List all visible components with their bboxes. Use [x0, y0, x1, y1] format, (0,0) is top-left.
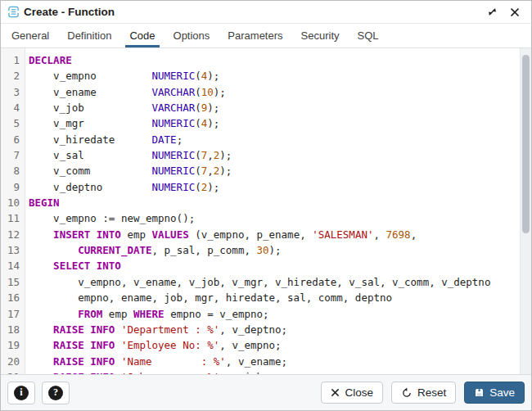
code-line: v_empno NUMERIC(4); [29, 68, 518, 84]
line-number: 21 [1, 369, 25, 374]
reset-button-label: Reset [417, 386, 446, 399]
tab-bar: GeneralDefinitionCodeOptionsParametersSe… [1, 24, 531, 48]
help-button[interactable]: ? [42, 382, 70, 404]
code-line: v_hiredate DATE; [29, 132, 518, 147]
code-line: DECLARE [29, 52, 518, 68]
code-line: v_empno, v_ename, v_job, v_mgr, v_hireda… [29, 274, 518, 290]
create-function-dialog: Create - Function GeneralDefinitionCodeO… [0, 0, 532, 411]
vertical-scrollbar[interactable] [520, 48, 531, 374]
code-line: SELECT INTO [29, 258, 518, 273]
dialog-title: Create - Function [24, 6, 477, 18]
line-number: 17 [1, 306, 25, 322]
line-number: 9 [1, 179, 25, 195]
line-number: 8 [1, 163, 25, 178]
close-x-icon [331, 388, 340, 397]
code-pane[interactable]: DECLARE v_empno NUMERIC(4); v_ename VARC… [25, 48, 531, 374]
tab-parameters[interactable]: Parameters [219, 24, 291, 47]
code-line: RAISE INFO 'Job : %', v_job; [29, 369, 518, 374]
save-button[interactable]: Save [464, 382, 525, 404]
expand-icon[interactable] [484, 4, 500, 20]
close-button-label: Close [345, 386, 373, 399]
code-line: v_mgr NUMERIC(4); [29, 115, 518, 131]
titlebar: Create - Function [1, 1, 531, 24]
line-number-gutter: 123456789101112131415161718192021 [1, 48, 25, 374]
function-icon [7, 6, 20, 18]
code-line: v_ename VARCHAR(10); [29, 84, 518, 100]
code-line: RAISE INFO 'Department : %', v_deptno; [29, 322, 518, 337]
tab-general[interactable]: General [2, 24, 58, 47]
line-number: 14 [1, 258, 25, 273]
line-number: 11 [1, 210, 25, 226]
code-line: BEGIN [29, 195, 518, 210]
line-number: 19 [1, 337, 25, 353]
line-number: 20 [1, 354, 25, 369]
tab-security[interactable]: Security [292, 24, 349, 47]
tab-code[interactable]: Code [120, 24, 164, 47]
line-number: 10 [1, 195, 25, 210]
line-number: 18 [1, 322, 25, 337]
line-number: 13 [1, 242, 25, 258]
code-line: v_sal NUMERIC(7,2); [29, 147, 518, 163]
code-editor[interactable]: 123456789101112131415161718192021 DECLAR… [1, 48, 531, 374]
save-button-label: Save [489, 386, 515, 399]
close-icon[interactable] [507, 4, 523, 20]
line-number: 6 [1, 132, 25, 147]
code-line: RAISE INFO 'Employee No: %', v_empno; [29, 337, 518, 353]
line-number: 4 [1, 100, 25, 115]
footer: i ? Close Reset Save [1, 374, 531, 410]
tab-options[interactable]: Options [165, 24, 219, 47]
tab-sql[interactable]: SQL [349, 24, 388, 47]
line-number: 12 [1, 227, 25, 242]
code-line: v_empno := new_empno(); [29, 210, 518, 226]
line-number: 1 [1, 52, 25, 68]
code-line: empno, ename, job, mgr, hiredate, sal, c… [29, 290, 518, 305]
line-number: 2 [1, 68, 25, 84]
close-button[interactable]: Close [321, 382, 383, 404]
code-line: CURRENT_DATE, p_sal, p_comm, 30); [29, 242, 518, 258]
code-line: v_deptno NUMERIC(2); [29, 179, 518, 195]
code-line: v_comm NUMERIC(7,2); [29, 163, 518, 178]
line-number: 3 [1, 84, 25, 100]
reset-icon [401, 387, 413, 399]
help-icon: ? [48, 386, 63, 400]
line-number: 15 [1, 274, 25, 290]
code-line: FROM emp WHERE empno = v_empno; [29, 306, 518, 322]
line-number: 16 [1, 290, 25, 305]
line-number: 7 [1, 147, 25, 163]
reset-button[interactable]: Reset [391, 382, 456, 404]
code-line: INSERT INTO emp VALUES (v_empno, p_ename… [29, 227, 518, 242]
scrollbar-thumb[interactable] [522, 55, 530, 233]
info-button[interactable]: i [7, 382, 35, 404]
line-number: 5 [1, 115, 25, 131]
info-icon: i [14, 386, 29, 400]
code-line: RAISE INFO 'Name : %', v_ename; [29, 354, 518, 369]
save-icon [474, 387, 485, 398]
code-line: v_job VARCHAR(9); [29, 100, 518, 115]
tab-definition[interactable]: Definition [58, 24, 120, 47]
